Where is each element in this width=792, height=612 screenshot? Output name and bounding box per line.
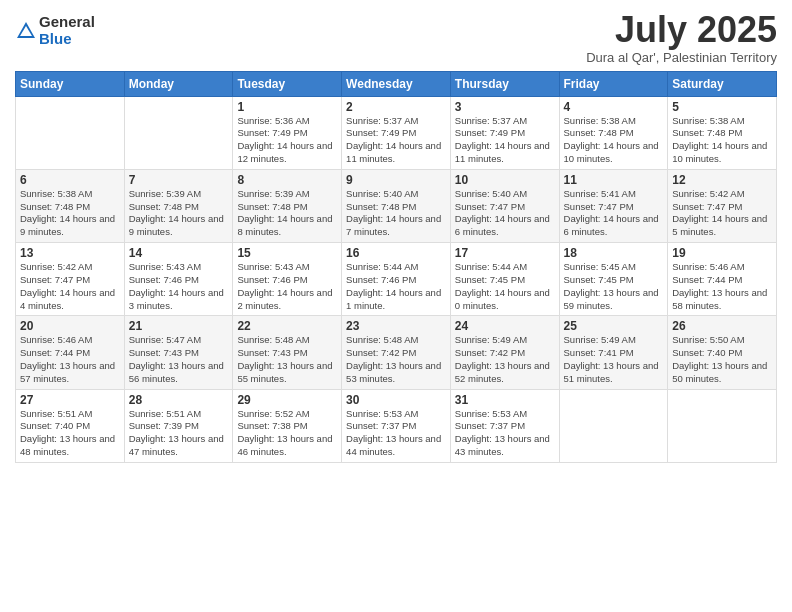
table-row [16,96,125,169]
calendar-week-4: 20Sunrise: 5:46 AM Sunset: 7:44 PM Dayli… [16,316,777,389]
day-info: Sunrise: 5:52 AM Sunset: 7:38 PM Dayligh… [237,408,337,459]
day-info: Sunrise: 5:42 AM Sunset: 7:47 PM Dayligh… [672,188,772,239]
table-row: 13Sunrise: 5:42 AM Sunset: 7:47 PM Dayli… [16,243,125,316]
day-number: 15 [237,246,337,260]
day-number: 26 [672,319,772,333]
day-number: 18 [564,246,664,260]
day-info: Sunrise: 5:44 AM Sunset: 7:45 PM Dayligh… [455,261,555,312]
day-info: Sunrise: 5:49 AM Sunset: 7:42 PM Dayligh… [455,334,555,385]
day-info: Sunrise: 5:48 AM Sunset: 7:42 PM Dayligh… [346,334,446,385]
table-row: 31Sunrise: 5:53 AM Sunset: 7:37 PM Dayli… [450,389,559,462]
day-number: 27 [20,393,120,407]
day-info: Sunrise: 5:40 AM Sunset: 7:48 PM Dayligh… [346,188,446,239]
table-row: 26Sunrise: 5:50 AM Sunset: 7:40 PM Dayli… [668,316,777,389]
day-info: Sunrise: 5:49 AM Sunset: 7:41 PM Dayligh… [564,334,664,385]
table-row: 22Sunrise: 5:48 AM Sunset: 7:43 PM Dayli… [233,316,342,389]
col-friday: Friday [559,71,668,96]
logo-blue: Blue [39,31,95,48]
col-thursday: Thursday [450,71,559,96]
day-info: Sunrise: 5:43 AM Sunset: 7:46 PM Dayligh… [129,261,229,312]
col-monday: Monday [124,71,233,96]
day-info: Sunrise: 5:40 AM Sunset: 7:47 PM Dayligh… [455,188,555,239]
table-row: 6Sunrise: 5:38 AM Sunset: 7:48 PM Daylig… [16,169,125,242]
day-info: Sunrise: 5:50 AM Sunset: 7:40 PM Dayligh… [672,334,772,385]
header: General Blue July 2025 Dura al Qar', Pal… [15,10,777,65]
day-info: Sunrise: 5:37 AM Sunset: 7:49 PM Dayligh… [455,115,555,166]
day-number: 3 [455,100,555,114]
day-info: Sunrise: 5:47 AM Sunset: 7:43 PM Dayligh… [129,334,229,385]
day-number: 25 [564,319,664,333]
col-saturday: Saturday [668,71,777,96]
day-number: 6 [20,173,120,187]
table-row: 17Sunrise: 5:44 AM Sunset: 7:45 PM Dayli… [450,243,559,316]
day-info: Sunrise: 5:46 AM Sunset: 7:44 PM Dayligh… [672,261,772,312]
table-row: 20Sunrise: 5:46 AM Sunset: 7:44 PM Dayli… [16,316,125,389]
calendar-week-1: 1Sunrise: 5:36 AM Sunset: 7:49 PM Daylig… [16,96,777,169]
main-title: July 2025 [586,10,777,50]
day-info: Sunrise: 5:39 AM Sunset: 7:48 PM Dayligh… [237,188,337,239]
table-row: 30Sunrise: 5:53 AM Sunset: 7:37 PM Dayli… [342,389,451,462]
col-tuesday: Tuesday [233,71,342,96]
logo-icon [15,20,37,42]
table-row: 21Sunrise: 5:47 AM Sunset: 7:43 PM Dayli… [124,316,233,389]
table-row: 12Sunrise: 5:42 AM Sunset: 7:47 PM Dayli… [668,169,777,242]
table-row: 15Sunrise: 5:43 AM Sunset: 7:46 PM Dayli… [233,243,342,316]
table-row: 19Sunrise: 5:46 AM Sunset: 7:44 PM Dayli… [668,243,777,316]
table-row: 29Sunrise: 5:52 AM Sunset: 7:38 PM Dayli… [233,389,342,462]
day-number: 22 [237,319,337,333]
day-info: Sunrise: 5:42 AM Sunset: 7:47 PM Dayligh… [20,261,120,312]
table-row: 28Sunrise: 5:51 AM Sunset: 7:39 PM Dayli… [124,389,233,462]
day-number: 31 [455,393,555,407]
day-info: Sunrise: 5:38 AM Sunset: 7:48 PM Dayligh… [20,188,120,239]
day-info: Sunrise: 5:53 AM Sunset: 7:37 PM Dayligh… [346,408,446,459]
day-number: 30 [346,393,446,407]
table-row: 14Sunrise: 5:43 AM Sunset: 7:46 PM Dayli… [124,243,233,316]
day-number: 2 [346,100,446,114]
day-info: Sunrise: 5:51 AM Sunset: 7:39 PM Dayligh… [129,408,229,459]
day-number: 9 [346,173,446,187]
day-info: Sunrise: 5:38 AM Sunset: 7:48 PM Dayligh… [672,115,772,166]
logo-text: General Blue [39,14,95,47]
day-info: Sunrise: 5:48 AM Sunset: 7:43 PM Dayligh… [237,334,337,385]
day-number: 13 [20,246,120,260]
table-row: 3Sunrise: 5:37 AM Sunset: 7:49 PM Daylig… [450,96,559,169]
table-row: 7Sunrise: 5:39 AM Sunset: 7:48 PM Daylig… [124,169,233,242]
col-wednesday: Wednesday [342,71,451,96]
calendar-week-3: 13Sunrise: 5:42 AM Sunset: 7:47 PM Dayli… [16,243,777,316]
table-row [668,389,777,462]
day-info: Sunrise: 5:44 AM Sunset: 7:46 PM Dayligh… [346,261,446,312]
table-row: 1Sunrise: 5:36 AM Sunset: 7:49 PM Daylig… [233,96,342,169]
day-number: 29 [237,393,337,407]
title-block: July 2025 Dura al Qar', Palestinian Terr… [586,10,777,65]
table-row: 8Sunrise: 5:39 AM Sunset: 7:48 PM Daylig… [233,169,342,242]
table-row: 24Sunrise: 5:49 AM Sunset: 7:42 PM Dayli… [450,316,559,389]
table-row: 9Sunrise: 5:40 AM Sunset: 7:48 PM Daylig… [342,169,451,242]
table-row [559,389,668,462]
calendar-table: Sunday Monday Tuesday Wednesday Thursday… [15,71,777,463]
table-row: 10Sunrise: 5:40 AM Sunset: 7:47 PM Dayli… [450,169,559,242]
logo: General Blue [15,14,95,47]
calendar-week-2: 6Sunrise: 5:38 AM Sunset: 7:48 PM Daylig… [16,169,777,242]
day-number: 1 [237,100,337,114]
day-number: 11 [564,173,664,187]
day-info: Sunrise: 5:53 AM Sunset: 7:37 PM Dayligh… [455,408,555,459]
day-info: Sunrise: 5:39 AM Sunset: 7:48 PM Dayligh… [129,188,229,239]
table-row: 11Sunrise: 5:41 AM Sunset: 7:47 PM Dayli… [559,169,668,242]
page: General Blue July 2025 Dura al Qar', Pal… [0,0,792,612]
calendar-week-5: 27Sunrise: 5:51 AM Sunset: 7:40 PM Dayli… [16,389,777,462]
logo-general: General [39,14,95,31]
day-number: 28 [129,393,229,407]
calendar-header-row: Sunday Monday Tuesday Wednesday Thursday… [16,71,777,96]
subtitle: Dura al Qar', Palestinian Territory [586,50,777,65]
table-row: 16Sunrise: 5:44 AM Sunset: 7:46 PM Dayli… [342,243,451,316]
day-number: 19 [672,246,772,260]
day-number: 12 [672,173,772,187]
day-number: 16 [346,246,446,260]
day-info: Sunrise: 5:46 AM Sunset: 7:44 PM Dayligh… [20,334,120,385]
day-number: 10 [455,173,555,187]
day-number: 5 [672,100,772,114]
table-row: 23Sunrise: 5:48 AM Sunset: 7:42 PM Dayli… [342,316,451,389]
table-row [124,96,233,169]
day-info: Sunrise: 5:41 AM Sunset: 7:47 PM Dayligh… [564,188,664,239]
day-info: Sunrise: 5:45 AM Sunset: 7:45 PM Dayligh… [564,261,664,312]
